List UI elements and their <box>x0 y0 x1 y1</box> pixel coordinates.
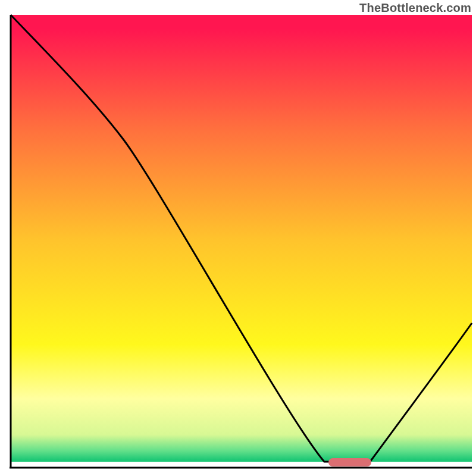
gradient-background <box>11 15 472 466</box>
baseline-strip <box>11 462 472 466</box>
optimal-range-marker <box>328 458 371 466</box>
bottleneck-chart: TheBottleneck.com <box>0 0 476 476</box>
watermark-text: TheBottleneck.com <box>359 1 471 15</box>
plot-area <box>10 15 472 468</box>
chart-svg <box>0 0 476 476</box>
